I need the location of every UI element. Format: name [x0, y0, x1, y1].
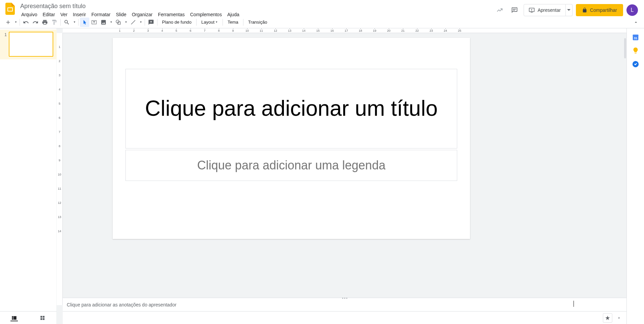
vertical-ruler[interactable]: 1234567891011121314 [57, 33, 63, 305]
ruler-mark: 12 [268, 29, 283, 32]
tasks-icon[interactable] [632, 60, 640, 68]
scrollbar-thumb[interactable] [624, 38, 626, 58]
thumbnails-panel: 1 [0, 28, 57, 324]
notes-resize-handle[interactable] [339, 297, 351, 299]
collapse-toolbar-button[interactable] [631, 18, 641, 27]
canvas-area: 1234567891011121314151617181920212223242… [57, 28, 626, 324]
bottom-right-controls [63, 311, 626, 324]
menu-ver[interactable]: Ver [58, 11, 70, 18]
svg-point-5 [116, 20, 119, 23]
new-slide-button[interactable] [3, 18, 13, 27]
side-panel-toggle[interactable] [614, 313, 624, 323]
svg-rect-14 [40, 318, 42, 320]
explore-button[interactable] [603, 313, 612, 323]
header-right: Apresentar Compartilhar L [494, 2, 641, 16]
title-area: Apresentação sem título Arquivo Editar V… [19, 2, 494, 18]
menu-complementos[interactable]: Complementos [188, 11, 224, 18]
select-tool[interactable] [80, 18, 89, 27]
separator [20, 19, 20, 26]
share-button[interactable]: Compartilhar [576, 4, 623, 16]
separator [145, 19, 145, 26]
horizontal-ruler[interactable]: 1234567891011121314151617181920212223242… [63, 28, 626, 33]
zoom-button[interactable] [62, 18, 71, 27]
ruler-mark: 2 [127, 29, 141, 32]
ruler-mark: 8 [212, 29, 226, 32]
keep-icon[interactable] [632, 47, 640, 55]
present-button[interactable]: Apresentar [524, 4, 565, 16]
theme-button[interactable]: Tema [224, 18, 242, 27]
work-area: 1 12345678910111213141516171819202122232… [0, 28, 644, 324]
calendar-icon[interactable]: 31 [632, 33, 640, 41]
svg-rect-3 [513, 10, 515, 10]
ruler-mark: 6 [59, 111, 60, 125]
ruler-mark: 3 [59, 68, 60, 82]
ruler-mark: 5 [169, 29, 183, 32]
menu-bar: Arquivo Editar Ver Inserir Formatar Slid… [19, 11, 494, 18]
menu-arquivo[interactable]: Arquivo [19, 11, 39, 18]
ruler-mark: 6 [183, 29, 198, 32]
ruler-mark: 23 [424, 29, 438, 32]
vertical-scrollbar[interactable] [624, 38, 626, 279]
ruler-mark: 20 [382, 29, 396, 32]
print-button[interactable] [40, 18, 50, 27]
menu-ajuda[interactable]: Ajuda [225, 11, 242, 18]
present-dropdown[interactable] [566, 4, 573, 16]
canvas-scroll[interactable]: Clique para adicionar um título Clique p… [63, 33, 626, 298]
line-dropdown[interactable]: ▼ [138, 18, 143, 27]
menu-organizar[interactable]: Organizar [129, 11, 155, 18]
comment-button[interactable] [146, 18, 156, 27]
share-label: Compartilhar [590, 7, 617, 13]
svg-rect-1 [8, 8, 12, 11]
ruler-mark: 4 [59, 82, 60, 97]
ruler-mark: 1 [59, 40, 60, 54]
zoom-dropdown[interactable]: ▼ [71, 18, 77, 27]
ruler-mark: 13 [283, 29, 297, 32]
textbox-tool[interactable] [89, 18, 99, 27]
svg-rect-9 [12, 317, 13, 318]
ruler-mark: 9 [59, 153, 60, 167]
account-avatar[interactable]: L [626, 4, 638, 16]
shape-tool[interactable] [114, 18, 123, 27]
notes-placeholder: Clique para adicionar as anotações do ap… [67, 302, 176, 307]
view-switcher [0, 311, 57, 324]
text-cursor-icon [574, 301, 574, 307]
filmstrip-view-button[interactable] [9, 313, 19, 323]
ruler-mark: 2 [59, 54, 60, 68]
shape-dropdown[interactable]: ▼ [123, 18, 128, 27]
new-slide-dropdown[interactable]: ▼ [13, 18, 18, 27]
ruler-mark: 16 [325, 29, 339, 32]
thumbnail-slide[interactable] [9, 32, 53, 57]
svg-rect-13 [43, 316, 45, 318]
slides-app-icon[interactable] [3, 2, 17, 16]
redo-button[interactable] [31, 18, 40, 27]
thumbnail-item[interactable]: 1 [2, 30, 54, 58]
menu-ferramentas[interactable]: Ferramentas [155, 11, 187, 18]
menu-slide[interactable]: Slide [114, 11, 129, 18]
speaker-notes[interactable]: Clique para adicionar as anotações do ap… [63, 298, 626, 311]
grid-view-button[interactable] [38, 313, 47, 323]
menu-inserir[interactable]: Inserir [70, 11, 88, 18]
line-tool[interactable] [128, 18, 138, 27]
paint-format-button[interactable] [50, 18, 59, 27]
ruler-mark: 8 [59, 139, 60, 153]
slide[interactable]: Clique para adicionar um título Clique p… [113, 38, 470, 239]
undo-button[interactable] [21, 18, 31, 27]
present-label: Apresentar [537, 7, 560, 13]
ruler-mark: 14 [297, 29, 311, 32]
ruler-mark: 7 [59, 125, 60, 139]
document-title[interactable]: Apresentação sem título [19, 2, 494, 10]
layout-button[interactable]: Layout▼ [198, 18, 221, 27]
ruler-mark: 11 [254, 29, 268, 32]
comments-icon[interactable] [509, 4, 520, 16]
image-tool[interactable] [99, 18, 108, 27]
image-dropdown[interactable]: ▼ [108, 18, 114, 27]
title-placeholder[interactable]: Clique para adicionar um título [125, 69, 457, 148]
subtitle-placeholder[interactable]: Clique para adicionar uma legenda [125, 150, 457, 181]
menu-editar[interactable]: Editar [40, 11, 57, 18]
background-button[interactable]: Plano de fundo [159, 18, 195, 27]
ruler-mark: 19 [368, 29, 382, 32]
menu-formatar[interactable]: Formatar [89, 11, 113, 18]
transition-button[interactable]: Transição [245, 18, 271, 27]
ruler-mark: 10 [240, 29, 254, 32]
activity-icon[interactable] [494, 4, 505, 16]
